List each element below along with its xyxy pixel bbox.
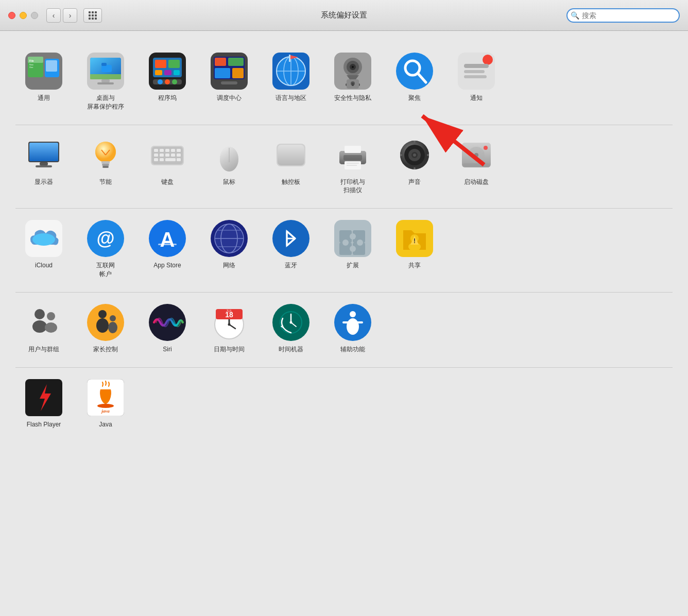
- label-security: 安全性与隐私: [334, 94, 371, 102]
- icon-energy: [87, 136, 124, 174]
- item-network[interactable]: 网络: [201, 217, 257, 273]
- svg-rect-22: [155, 70, 162, 75]
- icon-trackpad: [272, 136, 309, 174]
- item-parental[interactable]: 家长控制: [77, 301, 134, 357]
- svg-rect-20: [155, 60, 166, 68]
- item-sharing[interactable]: ! 共享: [386, 217, 443, 273]
- label-printer: 打印机与扫描仪: [340, 178, 365, 195]
- item-bluetooth[interactable]: 蓝牙: [263, 217, 319, 273]
- svg-point-162: [108, 322, 117, 333]
- svg-rect-54: [352, 83, 354, 86]
- item-java[interactable]: java Java: [77, 376, 134, 432]
- search-input[interactable]: [566, 8, 680, 23]
- item-dock[interactable]: 程序坞: [139, 49, 196, 106]
- item-desktop[interactable]: 桌面与屏幕保护程序: [77, 49, 134, 114]
- svg-rect-81: [171, 149, 175, 152]
- item-startup[interactable]: 启动磁盘: [448, 133, 505, 190]
- item-mouse[interactable]: 鼠标: [201, 133, 257, 190]
- grid-view-button[interactable]: [83, 8, 102, 23]
- svg-point-111: [414, 141, 416, 143]
- item-notifications[interactable]: 通知: [448, 49, 505, 106]
- icon-java: java: [87, 379, 124, 416]
- icon-internet: @: [87, 220, 124, 257]
- label-desktop: 桌面与屏幕保护程序: [87, 94, 124, 111]
- label-internet: 互联网帐户: [96, 261, 115, 279]
- back-button[interactable]: ‹: [46, 8, 61, 23]
- label-siri: Siri: [163, 345, 171, 354]
- traffic-lights: [8, 12, 38, 19]
- item-energy[interactable]: 节能: [77, 133, 134, 190]
- label-accessibility: 辅助功能: [340, 345, 365, 354]
- svg-rect-83: [154, 153, 158, 157]
- label-flash: Flash Player: [27, 420, 61, 429]
- svg-point-59: [483, 55, 493, 65]
- icon-keyboard: [149, 136, 186, 174]
- item-accessibility[interactable]: 辅助功能: [324, 301, 381, 357]
- icon-notifications: [458, 53, 495, 90]
- svg-point-156: [47, 312, 55, 320]
- minimize-button[interactable]: [20, 12, 27, 19]
- item-timemachine[interactable]: 时间机器: [263, 301, 319, 357]
- icon-accessibility: [334, 304, 371, 341]
- label-users: 用户与群组: [28, 345, 59, 354]
- label-java: Java: [99, 420, 112, 429]
- item-mission[interactable]: 调度中心: [201, 49, 257, 106]
- svg-rect-97: [278, 145, 304, 165]
- forward-button[interactable]: ›: [63, 8, 77, 23]
- item-siri[interactable]: Siri: [139, 301, 196, 357]
- item-icloud[interactable]: iCloud: [15, 217, 72, 273]
- item-sound[interactable]: 声音: [386, 133, 443, 190]
- svg-point-122: [32, 233, 55, 246]
- main-content: File New One 通用: [0, 31, 688, 452]
- svg-rect-35: [221, 81, 237, 84]
- close-button[interactable]: [8, 12, 15, 19]
- svg-point-145: [350, 246, 356, 252]
- svg-rect-31: [215, 58, 226, 66]
- svg-rect-78: [154, 149, 158, 152]
- icon-printer: [334, 136, 371, 174]
- titlebar: ‹ › 系统偏好设置 🔍: [0, 0, 688, 31]
- item-trackpad[interactable]: 触控板: [263, 133, 319, 190]
- svg-rect-24: [174, 70, 180, 75]
- icon-spotlight: [396, 53, 433, 90]
- svg-text:JUL: JUL: [226, 309, 233, 313]
- svg-rect-21: [168, 60, 180, 68]
- item-keyboard[interactable]: 键盘: [139, 133, 196, 190]
- svg-rect-91: [177, 158, 181, 161]
- item-displays[interactable]: 显示器: [15, 133, 72, 190]
- item-spotlight[interactable]: 聚焦: [386, 49, 443, 106]
- svg-point-180: [347, 318, 359, 335]
- svg-point-155: [32, 320, 47, 333]
- label-keyboard: 键盘: [161, 178, 174, 186]
- icon-mouse: [211, 136, 248, 174]
- svg-rect-82: [177, 149, 181, 152]
- item-flash[interactable]: Flash Player: [15, 376, 72, 432]
- label-spotlight: 聚焦: [408, 94, 421, 102]
- item-language[interactable]: 语言与地区: [263, 49, 319, 106]
- svg-rect-17: [101, 63, 107, 66]
- item-internet[interactable]: @ 互联网帐户: [77, 217, 134, 282]
- label-language: 语言与地区: [276, 94, 306, 102]
- search-box: 🔍: [566, 8, 680, 23]
- svg-point-26: [158, 79, 163, 84]
- label-icloud: iCloud: [35, 261, 53, 270]
- item-datetime[interactable]: 18 JUL 日期与时间: [201, 301, 257, 357]
- item-printer[interactable]: 打印机与扫描仪: [324, 133, 381, 198]
- item-extensions[interactable]: 扩展: [324, 217, 381, 273]
- svg-point-27: [165, 79, 170, 84]
- item-security[interactable]: 安全性与隐私: [324, 49, 381, 106]
- svg-rect-32: [228, 58, 244, 66]
- svg-point-112: [414, 167, 416, 169]
- maximize-button[interactable]: [31, 12, 38, 19]
- svg-rect-60: [464, 64, 489, 68]
- item-general[interactable]: File New One 通用: [15, 49, 72, 106]
- svg-rect-42: [289, 55, 290, 62]
- svg-rect-66: [29, 143, 58, 161]
- section-system: 用户与群组 家长控制: [15, 293, 673, 368]
- svg-rect-101: [345, 146, 361, 153]
- icon-dock: [149, 53, 186, 90]
- item-users[interactable]: 用户与群组: [15, 301, 72, 357]
- icon-security: [334, 53, 371, 90]
- item-appstore[interactable]: A App Store: [139, 217, 196, 273]
- icon-flash: [25, 379, 62, 416]
